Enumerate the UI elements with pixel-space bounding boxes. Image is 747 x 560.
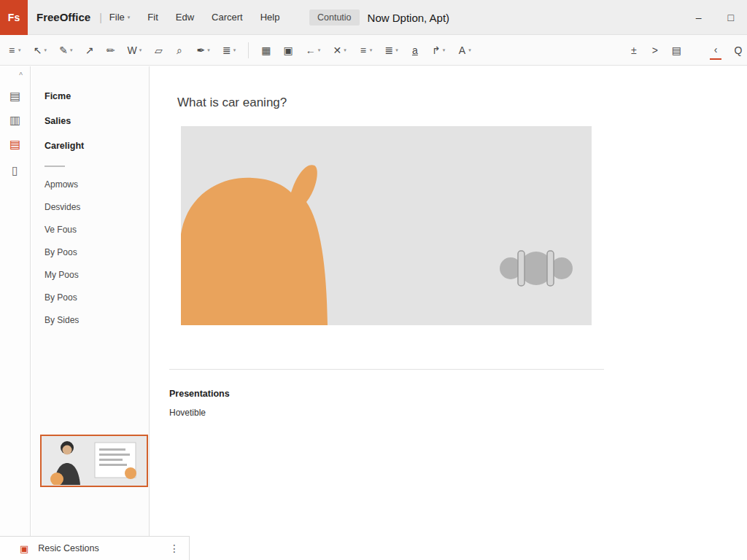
x-icon: ✕ <box>333 45 341 55</box>
menu-help-label: Help <box>260 12 280 23</box>
document-lines-icon[interactable]: ▤ <box>9 89 20 103</box>
sidebar-item-carelight[interactable]: Carelight <box>31 133 149 158</box>
menu-insert-label: Carcert <box>212 12 243 23</box>
text-tool-button[interactable]: W ▾ <box>128 45 142 55</box>
thumbnail-graphic <box>42 437 146 485</box>
document-title: Now Dption, Apt) <box>368 12 450 24</box>
eraser-icon: ▱ <box>154 45 163 55</box>
search-button[interactable]: ⌕ <box>175 45 184 55</box>
chevron-down-icon: ▾ <box>318 47 321 52</box>
menu-edit[interactable]: Edw <box>176 12 194 23</box>
numbered-list-button[interactable]: ≣ ▾ <box>222 45 236 55</box>
menu-file[interactable]: File ▾ <box>109 12 130 23</box>
branch-arrow-icon: ↱ <box>432 45 441 55</box>
select-tool-button[interactable]: ↖ ▾ <box>34 45 47 55</box>
app-title: FreeOffice <box>36 11 90 23</box>
menu-tool-button[interactable]: ≡ ▾ <box>7 45 21 55</box>
section-divider <box>169 369 604 370</box>
minimize-button[interactable]: – <box>696 12 702 23</box>
plus-icon: ± <box>630 45 638 55</box>
toolbar: ≡ ▾ ↖ ▾ ✎ ▾ ↗ ✏ W ▾ ▱ ⌕ ✒ ▾ <box>0 35 747 66</box>
slide-thumbnail[interactable] <box>40 435 148 487</box>
hamburger-icon: ≡ <box>7 45 16 55</box>
chevron-up-icon[interactable]: ^ <box>19 71 23 79</box>
ink-icon: ✒ <box>196 45 205 55</box>
font-style-button[interactable]: A ▾ <box>457 45 471 55</box>
arrow-left-icon: ← <box>306 45 316 55</box>
sidebar-item-slides[interactable]: Salies <box>31 109 149 133</box>
delete-button[interactable]: ✕ ▾ <box>333 45 347 55</box>
list-icon: ≣ <box>384 45 393 55</box>
more-options-icon[interactable]: ⋮ <box>169 542 179 554</box>
chevron-left-icon: ‹ <box>711 44 720 55</box>
next-button[interactable]: > <box>651 45 659 55</box>
list-button[interactable]: ≣ ▾ <box>384 45 398 55</box>
table-button[interactable]: ▦ <box>261 45 271 55</box>
chevron-down-icon: ▾ <box>207 47 210 52</box>
footer-panel: ▣ Resic Cestions ⋮ <box>0 536 190 560</box>
menu-file-label: File <box>109 12 125 23</box>
align-button[interactable]: ≡ ▾ <box>359 45 373 55</box>
help-button[interactable]: Q <box>734 45 743 55</box>
titlebar: Fs FreeOffice | File ▾ Fit Edw Carcert H… <box>0 0 747 35</box>
title-divider: | <box>99 12 102 23</box>
status-badge[interactable]: Contutio <box>309 9 360 26</box>
chevron-down-icon: ▾ <box>395 47 398 52</box>
menu-help[interactable]: Help <box>260 12 280 23</box>
pen-tool-button[interactable]: ✎ ▾ <box>59 45 73 55</box>
ink-tool-button[interactable]: ✒ ▾ <box>196 45 210 55</box>
pen-icon: ✎ <box>59 45 68 55</box>
maximize-button[interactable]: □ <box>728 12 734 23</box>
media-graphic <box>181 126 592 325</box>
collapse-panel-button[interactable]: ‹ <box>710 40 721 60</box>
slide-media-image[interactable] <box>181 126 592 325</box>
sidebar-item-mypoos[interactable]: My Poos <box>31 263 149 286</box>
audio-icon <box>500 251 573 286</box>
sidebar-item-bypoos-2[interactable]: By Poos <box>31 286 149 308</box>
pencil-tool-button[interactable]: ✏ <box>107 45 115 55</box>
chevron-down-icon: ▾ <box>18 47 21 52</box>
clipboard-button[interactable]: ▣ <box>284 45 293 55</box>
left-icon-strip: ^ ▤ ▥ ▤ ▯ <box>0 66 31 536</box>
arrow-tool-button[interactable]: ↗ <box>85 45 94 55</box>
sidebar-primary-list: Ficme Salies Carelight <box>31 66 149 158</box>
sidebar: Ficme Salies Carelight Apmows Desvides V… <box>31 66 150 536</box>
chevron-down-icon: ▾ <box>468 47 471 52</box>
book-icon[interactable]: ▯ <box>12 163 18 177</box>
undo-button[interactable]: ← ▾ <box>306 45 321 55</box>
add-button[interactable]: ± <box>630 45 638 55</box>
chevron-down-icon: ▾ <box>139 47 142 52</box>
connector-button[interactable]: ↱ ▾ <box>432 45 446 55</box>
menu-edit-label: Edw <box>176 12 194 23</box>
rows-button[interactable]: ▤ <box>672 45 681 55</box>
menu-fit[interactable]: Fit <box>147 12 158 23</box>
chevron-right-icon: > <box>651 45 659 55</box>
rows-icon: ▤ <box>672 45 681 55</box>
underline-icon: a <box>411 45 419 55</box>
section-list-item[interactable]: Hovetible <box>169 408 206 418</box>
menu-insert[interactable]: Carcert <box>212 12 243 23</box>
toolbar-separator <box>248 42 249 58</box>
chevron-down-icon: ▾ <box>344 47 347 52</box>
sidebar-item-desvides[interactable]: Desvides <box>31 195 149 218</box>
sidebar-item-arrows[interactable]: Apmows <box>31 173 149 195</box>
layout-icon[interactable]: ▥ <box>9 113 20 127</box>
cursor-icon: ↖ <box>34 45 42 55</box>
table-icon: ▦ <box>261 45 271 55</box>
arrow-icon: ↗ <box>85 45 94 55</box>
main-content: What is car eaning? Presentations Hoveti… <box>150 66 747 560</box>
eraser-tool-button[interactable]: ▱ <box>154 45 163 55</box>
app-window: Fs FreeOffice | File ▾ Fit Edw Carcert H… <box>0 0 747 560</box>
menu-fit-label: Fit <box>147 12 158 23</box>
sidebar-item-home[interactable]: Ficme <box>31 84 149 109</box>
active-document-icon[interactable]: ▤ <box>9 137 20 151</box>
sidebar-item-bysides[interactable]: By Sides <box>31 308 149 331</box>
section-title: Presentations <box>169 389 230 399</box>
letter-a-icon: A <box>457 45 466 55</box>
sidebar-secondary-list: Apmows Desvides Ve Fous By Poos My Poos … <box>31 170 149 331</box>
pencil-icon: ✏ <box>107 45 115 55</box>
sidebar-item-vefous[interactable]: Ve Fous <box>31 218 149 241</box>
page-title: What is car eaning? <box>177 96 287 110</box>
underline-button[interactable]: a <box>411 45 419 55</box>
sidebar-item-bypoos-1[interactable]: By Poos <box>31 241 149 263</box>
